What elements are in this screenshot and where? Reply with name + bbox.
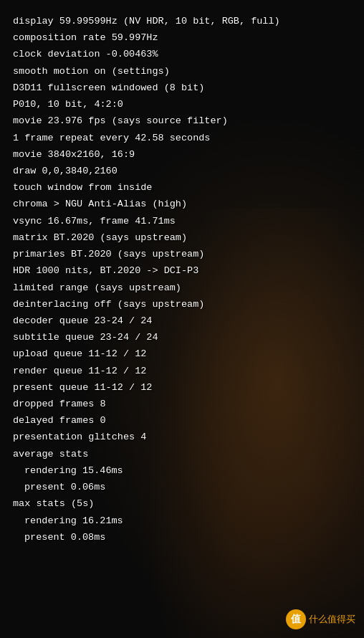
- stat-line: upload queue 11-12 / 12: [13, 346, 357, 362]
- stat-line: display 59.99599Hz (NV HDR, 10 bit, RGB,…: [13, 13, 357, 29]
- stat-line: 1 frame repeat every 42.58 seconds: [13, 130, 357, 146]
- watermark-icon: 值: [286, 609, 306, 629]
- stat-line: chroma > NGU Anti-Alias (high): [13, 196, 357, 212]
- stat-line: vsync 16.67ms, frame 41.71ms: [13, 213, 357, 229]
- stat-line: composition rate 59.997Hz: [13, 29, 357, 46]
- stat-line: smooth motion on (settings): [13, 63, 357, 80]
- stat-line: presentation glitches 4: [13, 429, 357, 445]
- stat-line: decoder queue 23-24 / 24: [13, 313, 357, 329]
- stat-line: rendering 16.21ms: [13, 513, 357, 529]
- stat-line: present queue 11-12 / 12: [13, 379, 357, 396]
- watermark-text: 什么值得买: [309, 613, 355, 626]
- stat-line: present 0.06ms: [13, 479, 357, 495]
- stat-line: HDR 1000 nits, BT.2020 -> DCI-P3: [13, 262, 357, 279]
- stat-line: subtitle queue 23-24 / 24: [13, 329, 357, 346]
- stat-line: draw 0,0,3840,2160: [13, 163, 357, 179]
- stat-line: limited range (says upstream): [13, 280, 357, 296]
- stat-line: deinterlacing off (says upstream): [13, 296, 357, 313]
- stat-line: P010, 10 bit, 4:2:0: [13, 96, 357, 113]
- stat-line: clock deviation -0.00463%: [13, 46, 357, 62]
- stat-line: rendering 15.46ms: [13, 462, 357, 479]
- stats-overlay: display 59.99599Hz (NV HDR, 10 bit, RGB,…: [0, 0, 364, 638]
- stat-line: primaries BT.2020 (says upstream): [13, 246, 357, 262]
- stat-line: present 0.08ms: [13, 529, 357, 546]
- watermark: 值 什么值得买: [286, 609, 355, 629]
- stat-line: dropped frames 8: [13, 396, 357, 412]
- stat-line: D3D11 fullscreen windowed (8 bit): [13, 80, 357, 96]
- stat-line: render queue 11-12 / 12: [13, 363, 357, 379]
- stat-line: max stats (5s): [13, 495, 357, 512]
- stat-line: movie 23.976 fps (says source filter): [13, 113, 357, 129]
- stat-line: movie 3840x2160, 16:9: [13, 146, 357, 163]
- stat-line: matrix BT.2020 (says upstream): [13, 229, 357, 246]
- stat-line: touch window from inside: [13, 179, 357, 196]
- stat-line: average stats: [13, 446, 357, 462]
- stat-line: delayed frames 0: [13, 412, 357, 429]
